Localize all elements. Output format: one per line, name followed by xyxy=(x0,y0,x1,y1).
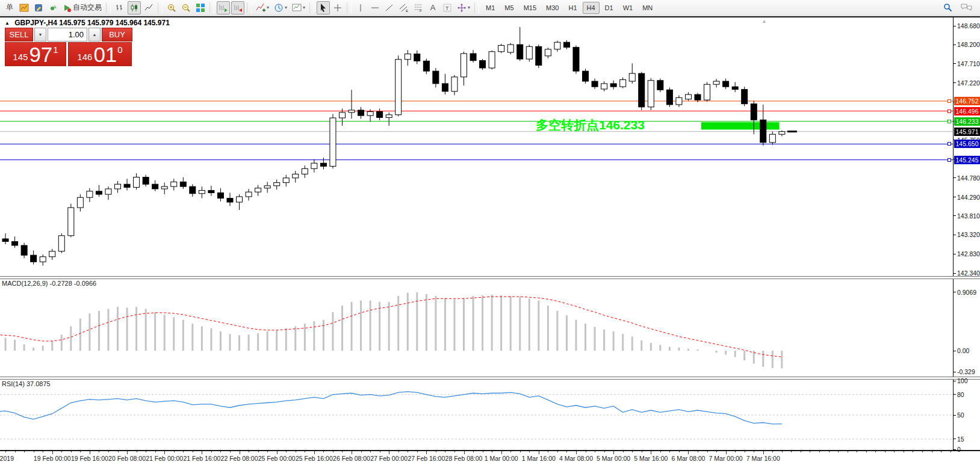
macd-pane[interactable] xyxy=(0,279,953,377)
timeframe-h1[interactable]: H1 xyxy=(564,2,581,14)
time-axis[interactable]: 18 Feb 201919 Feb 00:0019 Feb 16:0020 Fe… xyxy=(0,451,980,465)
macd-panel-separator[interactable] xyxy=(0,276,980,279)
toolbar-separator xyxy=(347,2,352,13)
time-tick-major xyxy=(90,451,90,454)
price-level-tag[interactable]: 145.650 xyxy=(954,140,980,148)
time-tick-major xyxy=(576,451,577,454)
tile-windows-icon[interactable] xyxy=(194,1,207,14)
time-axis-label: 7 Mar 00:00 xyxy=(709,455,743,462)
price-level-tag[interactable]: 146.233 xyxy=(954,117,980,126)
timeframe-mn[interactable]: MN xyxy=(638,2,657,14)
toolbar-separator xyxy=(209,2,214,13)
level-handle[interactable] xyxy=(947,120,951,123)
price-level-tag[interactable]: 145.971 xyxy=(954,128,980,136)
rsi-line xyxy=(0,392,782,424)
collapse-panel-icon[interactable]: ▲ xyxy=(5,20,10,26)
sell-button[interactable]: SELL xyxy=(5,28,33,42)
horizontal-line-icon[interactable] xyxy=(368,1,382,14)
time-tick-minor xyxy=(885,451,885,452)
highlight-rectangle[interactable] xyxy=(701,122,780,129)
buy-price-big: 01 xyxy=(93,46,117,64)
timeframe-w1[interactable]: W1 xyxy=(619,2,637,14)
volume-up-button[interactable]: ▲ xyxy=(88,28,101,42)
fibonacci-icon[interactable]: F xyxy=(412,1,425,14)
autotrading-button[interactable]: 自动交易 xyxy=(61,1,104,14)
vertical-line-icon[interactable] xyxy=(354,1,367,14)
line-chart-icon[interactable] xyxy=(142,1,155,14)
time-axis-label: 19 Feb 00:00 xyxy=(34,455,71,462)
level-handle[interactable] xyxy=(947,158,951,162)
chart-top-border xyxy=(0,16,980,17)
time-tick-minor xyxy=(370,451,371,452)
volume-down-button[interactable]: ▼ xyxy=(34,28,46,42)
trendline-icon[interactable] xyxy=(383,1,396,14)
chevron-up-icon[interactable]: ▴ xyxy=(763,17,766,24)
chevron-down-icon[interactable]: ▾ xyxy=(468,5,470,10)
candlestick-chart-icon[interactable] xyxy=(128,1,141,14)
volume-input[interactable] xyxy=(48,28,87,42)
chevron-down-icon[interactable]: ▾ xyxy=(267,5,269,10)
time-tick-minor xyxy=(642,451,642,452)
price-tick-label: 147.710 xyxy=(957,60,980,67)
time-tick-minor xyxy=(80,451,81,452)
price-level-tag[interactable]: 146.752 xyxy=(954,97,980,105)
templates-icon[interactable]: ▾ xyxy=(290,1,307,14)
time-tick-minor xyxy=(286,451,287,452)
toolbar-separator xyxy=(158,2,163,13)
autotrading-button-label: 自动交易 xyxy=(73,2,102,13)
time-tick-minor xyxy=(623,451,624,452)
rsi-pane[interactable] xyxy=(0,379,953,450)
time-tick-minor xyxy=(108,451,109,452)
time-tick-minor xyxy=(829,451,830,452)
time-tick-minor xyxy=(15,451,16,452)
rsi-panel-separator[interactable] xyxy=(0,377,980,380)
price-level-tag[interactable]: 145.245 xyxy=(954,156,980,164)
new-order-button[interactable]: 单 xyxy=(3,1,16,14)
time-tick-minor xyxy=(932,451,932,452)
level-handle[interactable] xyxy=(947,109,951,113)
price-tick-label: 0.9069 xyxy=(957,289,976,296)
symbol-header[interactable]: ▲ GBPJPY-,H4 145.975 145.979 145.964 145… xyxy=(5,19,170,27)
zoom-out-icon[interactable] xyxy=(179,1,193,14)
metaeditor-icon[interactable] xyxy=(32,1,45,14)
price-level-tag[interactable]: 146.496 xyxy=(954,107,980,115)
cursor-icon[interactable] xyxy=(317,1,330,14)
toolbar-separator xyxy=(106,2,111,13)
chart-window-icon[interactable] xyxy=(17,1,31,14)
search-icon[interactable] xyxy=(941,1,955,14)
chevron-down-icon[interactable]: ▾ xyxy=(285,5,287,10)
time-tick-minor xyxy=(5,451,6,452)
channel-icon[interactable]: E xyxy=(397,1,411,14)
level-handle[interactable] xyxy=(947,142,951,146)
chart-shift-icon[interactable] xyxy=(231,1,244,14)
shapes-icon[interactable]: ▾ xyxy=(455,1,472,14)
axis-tick xyxy=(953,273,956,274)
toolbar-separator xyxy=(474,2,479,13)
timeframe-d1[interactable]: D1 xyxy=(601,2,618,14)
text-icon[interactable]: A xyxy=(426,1,439,14)
bar-chart-icon[interactable] xyxy=(113,1,126,14)
time-tick-minor xyxy=(838,451,839,452)
main-chart-pane[interactable] xyxy=(0,18,953,277)
axis-tick xyxy=(953,177,956,178)
auto-scroll-icon[interactable] xyxy=(217,1,230,14)
chat-icon[interactable] xyxy=(959,1,974,14)
time-tick-minor xyxy=(333,451,333,452)
crosshair-icon[interactable] xyxy=(331,1,344,14)
chevron-down-icon[interactable]: ▾ xyxy=(303,5,305,10)
label-icon[interactable]: T xyxy=(441,1,454,14)
signals-icon[interactable] xyxy=(46,1,60,14)
level-handle[interactable] xyxy=(947,99,951,103)
indicators-icon[interactable]: ▾ xyxy=(254,1,271,14)
timeframe-m1[interactable]: M1 xyxy=(482,2,499,14)
time-tick-minor xyxy=(380,451,380,452)
timeframe-m5[interactable]: M5 xyxy=(500,2,518,14)
periods-icon[interactable]: ▾ xyxy=(272,1,289,14)
timeframe-h4[interactable]: H4 xyxy=(583,2,600,14)
sell-price-panel[interactable]: 145 97 1 xyxy=(5,42,66,66)
buy-price-panel[interactable]: 146 01 0 xyxy=(68,42,132,66)
timeframe-m15[interactable]: M15 xyxy=(519,2,541,14)
buy-button[interactable]: BUY xyxy=(102,28,132,42)
zoom-in-icon[interactable] xyxy=(165,1,178,14)
timeframe-m30[interactable]: M30 xyxy=(542,2,563,14)
